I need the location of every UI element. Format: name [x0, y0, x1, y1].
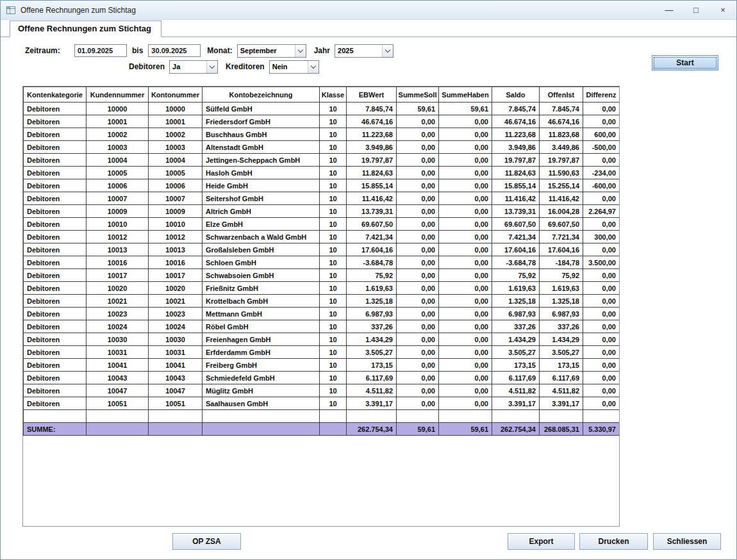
table-row[interactable]: Debitoren1003010030Freienhagen GmbH101.4…: [24, 333, 620, 346]
table-row[interactable]: Debitoren1001210012Schwarzenbach a Wald …: [24, 231, 620, 243]
table-row[interactable]: Debitoren1000610006Heide GmbH1015.855,14…: [24, 179, 620, 192]
table-row[interactable]: Debitoren1000710007Seitershof GmbH1011.4…: [24, 192, 620, 205]
cell-saldo: -3.684,78: [492, 256, 540, 269]
cell-kontenkategorie: SUMME:: [24, 423, 87, 436]
drucken-button[interactable]: Drucken: [579, 533, 648, 550]
cell-klasse: 10: [320, 372, 347, 384]
cell-summesoll: 0,00: [397, 231, 439, 243]
cell-summehaben: [439, 410, 492, 423]
cell-kontenkategorie: Debitoren: [24, 205, 87, 218]
cell-kundennummer: 10010: [87, 218, 149, 231]
table-row[interactable]: Debitoren1004310043Schmiedefeld GmbH106.…: [24, 372, 620, 384]
cell-saldo: 69.607,50: [492, 218, 540, 231]
cell-kontobezeichnung: Friedersdorf GmbH: [203, 115, 320, 128]
cell-summehaben: 0,00: [439, 179, 492, 192]
column-header-saldo[interactable]: Saldo: [492, 87, 540, 103]
cell-summehaben: 0,00: [439, 192, 492, 205]
jahr-label: Jahr: [314, 46, 330, 55]
cell-kontenkategorie: Debitoren: [24, 295, 87, 308]
table-row[interactable]: Debitoren1000910009Altrich GmbH1013.739,…: [24, 205, 620, 218]
cell-ebwert: 337,26: [347, 320, 397, 333]
cell-differenz: 0,00: [583, 282, 620, 295]
table-row[interactable]: Debitoren1002110021Krottelbach GmbH101.3…: [24, 295, 620, 308]
chevron-down-icon[interactable]: [308, 61, 319, 73]
cell-offenist: 4.511,82: [540, 384, 583, 397]
cell-klasse: [320, 410, 347, 423]
cell-summehaben: 0,00: [439, 320, 492, 333]
table-row[interactable]: Debitoren1004110041Freiberg GmbH10173,15…: [24, 359, 620, 372]
table-row[interactable]: Debitoren1002010020Frießnitz GmbH101.619…: [24, 282, 620, 295]
cell-klasse: 10: [320, 179, 347, 192]
column-header-kontenkategorie[interactable]: Kontenkategorie: [24, 87, 87, 103]
table-row[interactable]: Debitoren1001010010Elze GmbH1069.607,500…: [24, 218, 620, 231]
op-zsa-button[interactable]: OP ZSA: [172, 533, 241, 550]
cell-offenist: 1.619,63: [540, 282, 583, 295]
filter-area: Zeitraum: bis Monat: September Jahr 2025…: [1, 37, 736, 77]
cell-kontenkategorie: Debitoren: [24, 359, 87, 372]
debitoren-selected-value: Ja: [170, 61, 206, 73]
start-button[interactable]: Start: [652, 55, 718, 70]
cell-kundennummer: 10009: [87, 205, 149, 218]
export-button[interactable]: Export: [508, 533, 575, 550]
cell-summesoll: 0,00: [397, 128, 439, 141]
chevron-down-icon[interactable]: [206, 61, 217, 73]
table-row[interactable]: Debitoren1001710017Schwabsoien GmbH1075,…: [24, 269, 620, 282]
cell-kundennummer: 10007: [87, 192, 149, 205]
table-row[interactable]: Debitoren1000110001Friedersdorf GmbH1046…: [24, 115, 620, 128]
tab-offene-rechnungen[interactable]: Offene Rechnungen zum Stichtag: [10, 21, 161, 37]
column-header-kontobezeichnung[interactable]: Kontobezeichnung: [203, 87, 320, 103]
cell-summesoll: [397, 410, 439, 423]
schliessen-button[interactable]: Schliessen: [653, 533, 721, 550]
cell-klasse: 10: [320, 282, 347, 295]
column-header-klasse[interactable]: Klasse: [320, 87, 347, 103]
cell-kontobezeichnung: Schwabsoien GmbH: [203, 269, 320, 282]
cell-summehaben: 0,00: [439, 256, 492, 269]
jahr-select[interactable]: 2025: [335, 44, 393, 58]
zeitraum-von-input[interactable]: [74, 44, 127, 57]
bis-label: bis: [132, 46, 143, 55]
table-row[interactable]: Debitoren1000010000Sülfeld GmbH107.845,7…: [24, 103, 620, 115]
column-header-ebwert[interactable]: EBWert: [347, 87, 397, 103]
cell-offenist: [540, 410, 583, 423]
cell-summehaben: 0,00: [439, 295, 492, 308]
column-header-kontonummer[interactable]: Kontonummer: [149, 87, 203, 103]
cell-kontonummer: 10000: [149, 103, 203, 115]
table-row[interactable]: Debitoren1000210002Buschhaus GmbH1011.22…: [24, 128, 620, 141]
debitoren-select[interactable]: Ja: [169, 60, 218, 74]
maximize-icon[interactable]: □: [689, 5, 703, 15]
cell-differenz: 0,00: [583, 269, 620, 282]
table-row[interactable]: Debitoren1000410004Jettingen-Scheppach G…: [24, 154, 620, 167]
column-header-offenist[interactable]: OffenIst: [540, 87, 583, 103]
table-row[interactable]: Debitoren1003110031Erfderdamm GmbH103.50…: [24, 346, 620, 359]
cell-ebwert: 17.604,16: [347, 243, 397, 256]
zeitraum-bis-input[interactable]: [148, 44, 201, 57]
cell-summesoll: 0,00: [397, 243, 439, 256]
chevron-down-icon[interactable]: [295, 45, 306, 57]
table-row[interactable]: Debitoren1001610016Schloen GmbH10-3.684,…: [24, 256, 620, 269]
table-row[interactable]: Debitoren1004710047Müglitz GmbH104.511,8…: [24, 384, 620, 397]
cell-kontobezeichnung: Jettingen-Scheppach GmbH: [203, 154, 320, 167]
column-header-summesoll[interactable]: SummeSoll: [397, 87, 439, 103]
table-row[interactable]: Debitoren1000310003Altenstadt GmbH103.94…: [24, 141, 620, 154]
cell-kontenkategorie: Debitoren: [24, 231, 87, 243]
chevron-down-icon[interactable]: [382, 45, 393, 57]
table-row[interactable]: Debitoren1005110051Saalhausen GmbH103.39…: [24, 397, 620, 410]
kreditoren-select[interactable]: Nein: [269, 60, 319, 74]
cell-saldo: [492, 410, 540, 423]
cell-kontonummer: 10010: [149, 218, 203, 231]
cell-kontonummer: 10051: [149, 397, 203, 410]
table-row[interactable]: Debitoren1001310013Großalsleben GmbH1017…: [24, 243, 620, 256]
table-row[interactable]: Debitoren1002310023Mettmann GmbH106.987,…: [24, 308, 620, 320]
table-row[interactable]: Debitoren1002410024Röbel GmbH10337,260,0…: [24, 320, 620, 333]
minimize-icon[interactable]: —: [662, 5, 676, 15]
cell-summehaben: 0,00: [439, 128, 492, 141]
monat-select[interactable]: September: [237, 44, 306, 58]
cell-kundennummer: 10003: [87, 141, 149, 154]
close-icon[interactable]: ×: [716, 5, 730, 15]
cell-ebwert: 7.421,34: [347, 231, 397, 243]
column-header-summehaben[interactable]: SummeHaben: [439, 87, 492, 103]
column-header-kundennummer[interactable]: Kundennummer: [87, 87, 149, 103]
cell-klasse: 10: [320, 128, 347, 141]
table-row[interactable]: Debitoren1000510005Hasloh GmbH1011.824,6…: [24, 167, 620, 179]
column-header-differenz[interactable]: Differenz: [583, 87, 620, 103]
